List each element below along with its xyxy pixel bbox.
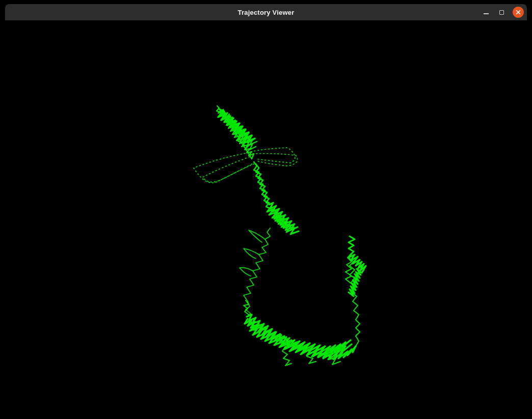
minimize-icon: [484, 13, 489, 14]
trajectory-canvas[interactable]: [5, 20, 527, 419]
maximize-icon: [499, 10, 504, 15]
window-controls: [482, 7, 524, 18]
close-icon: [516, 10, 521, 15]
trajectory-plot: [5, 20, 527, 419]
maximize-button[interactable]: [497, 7, 506, 17]
window-titlebar: Trajectory Viewer: [5, 4, 527, 20]
close-button[interactable]: [513, 7, 524, 18]
minimize-button[interactable]: [482, 7, 490, 17]
window-title: Trajectory Viewer: [238, 9, 295, 16]
